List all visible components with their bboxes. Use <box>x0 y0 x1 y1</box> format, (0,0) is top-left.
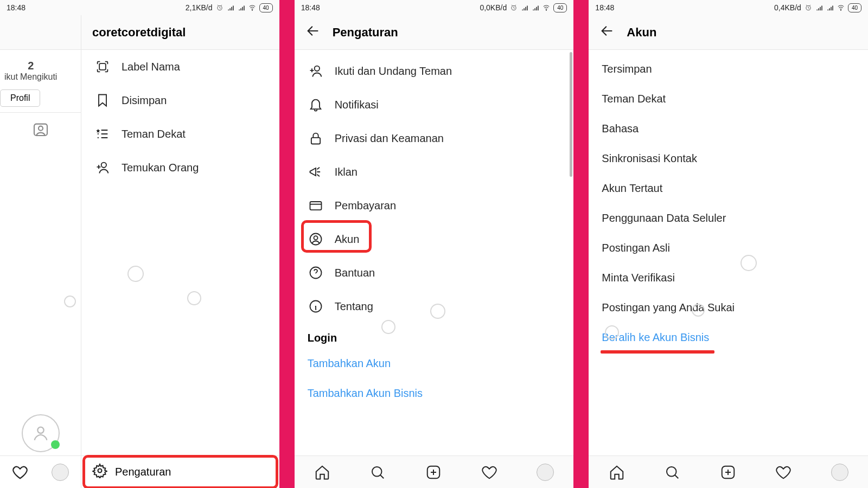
menu-item-label: Akun Tertaut <box>602 182 662 195</box>
signal-icon <box>826 4 834 11</box>
phone-screen-2: 18:48 0,0KB/d 40 Pengaturan Ikuti dan Un… <box>295 0 574 488</box>
back-arrow-icon[interactable] <box>305 23 321 42</box>
settings-item-payments[interactable]: Pembayaran <box>295 189 574 222</box>
svg-point-18 <box>314 236 317 240</box>
account-item-sync[interactable]: Sinkronisasi Kontak <box>589 144 868 174</box>
help-icon <box>308 265 324 281</box>
svg-rect-6 <box>99 63 106 70</box>
page-title: Pengaturan <box>333 25 398 40</box>
account-item-close-friends[interactable]: Teman Dekat <box>589 84 868 114</box>
scrollbar[interactable] <box>570 52 572 177</box>
status-time: 18:48 <box>7 3 25 12</box>
svg-point-25 <box>840 10 841 10</box>
svg-rect-15 <box>311 138 320 144</box>
heart-icon[interactable] <box>775 464 792 480</box>
status-time: 18:48 <box>595 3 614 12</box>
bell-icon <box>308 97 324 113</box>
settings-header: Pengaturan <box>295 15 574 50</box>
back-arrow-icon[interactable] <box>599 23 615 42</box>
phone-screen-3: 18:48 0,4KB/d 40 Akun Tersimpan Teman De… <box>589 0 868 488</box>
account-item-liked-posts[interactable]: Postingan yang Anda Sukai <box>589 293 868 323</box>
wifi-icon <box>248 4 256 11</box>
settings-item-account[interactable]: Akun <box>295 222 574 256</box>
signal-icon <box>815 4 823 11</box>
add-people-icon <box>94 159 111 176</box>
alarm-icon <box>510 4 518 11</box>
menu-item-label: Bantuan <box>335 267 375 279</box>
menu-item-label: Tambahkan Akun Bisnis <box>308 387 423 400</box>
account-item-original[interactable]: Postingan Asli <box>589 233 868 263</box>
menu-item-label: Tambahkan Akun <box>308 357 391 370</box>
account-item-verification[interactable]: Minta Verifikasi <box>589 263 868 293</box>
profile-avatar-icon[interactable] <box>52 464 69 481</box>
megaphone-icon <box>308 164 324 180</box>
profile-avatar-icon[interactable] <box>831 464 848 481</box>
edit-profile-button[interactable]: Profil <box>0 89 40 107</box>
svg-point-4 <box>39 126 43 130</box>
svg-point-8 <box>98 137 99 138</box>
settings-item-follow-invite[interactable]: Ikuti dan Undang Teman <box>295 54 574 88</box>
home-icon[interactable] <box>314 464 330 480</box>
annotation-underline-business <box>601 350 714 354</box>
account-item-linked[interactable]: Akun Tertaut <box>589 174 868 203</box>
bottom-nav <box>295 455 574 488</box>
drawer-settings[interactable]: Pengaturan <box>81 455 279 488</box>
following-count: 2 <box>4 60 57 72</box>
drawer-item-close-friends[interactable]: Teman Dekat <box>81 117 279 151</box>
settings-item-help[interactable]: Bantuan <box>295 256 574 290</box>
search-icon[interactable] <box>369 464 386 480</box>
menu-item-label: Akun <box>335 233 360 246</box>
status-bar: 18:48 0,0KB/d 40 <box>295 0 574 15</box>
add-people-icon <box>308 63 324 79</box>
settings-item-privacy[interactable]: Privasi dan Keamanan <box>295 121 574 155</box>
status-time: 18:48 <box>301 3 320 12</box>
menu-item-label: Postingan yang Anda Sukai <box>602 301 735 314</box>
tagged-photos-icon[interactable] <box>32 120 49 138</box>
drawer-item-saved[interactable]: Disimpan <box>81 84 279 117</box>
add-account-link[interactable]: Tambahkan Akun <box>295 349 574 378</box>
new-post-icon[interactable] <box>720 464 736 480</box>
following-label: Mengikuti <box>20 72 57 82</box>
page-title: Akun <box>627 25 656 40</box>
search-icon[interactable] <box>664 464 680 480</box>
account-item-saved[interactable]: Tersimpan <box>589 54 868 84</box>
list-star-icon <box>94 126 111 142</box>
signal-icon <box>532 4 539 11</box>
new-post-icon[interactable] <box>425 464 442 480</box>
menu-item-label: Tersimpan <box>602 63 652 75</box>
menu-item-label: Beralih ke Akun Bisnis <box>602 331 709 344</box>
menu-item-label: Ikuti dan Undang Teman <box>335 65 452 78</box>
status-speed: 2,1KB/d <box>186 3 213 12</box>
profile-avatar-icon[interactable] <box>537 464 554 481</box>
account-item-switch-business[interactable]: Beralih ke Akun Bisnis <box>589 323 868 352</box>
status-speed: 0,0KB/d <box>480 3 507 12</box>
heart-icon[interactable] <box>481 464 497 480</box>
drawer-item-label-nama[interactable]: Label Nama <box>81 50 279 84</box>
settings-item-notifications[interactable]: Notifikasi <box>295 88 574 121</box>
account-header: Akun <box>589 15 868 50</box>
signal-icon <box>521 4 528 11</box>
heart-icon[interactable] <box>12 464 28 480</box>
drawer-item-discover[interactable]: Temukan Orang <box>81 151 279 184</box>
wifi-icon <box>837 4 845 11</box>
account-item-language[interactable]: Bahasa <box>589 114 868 144</box>
svg-point-21 <box>372 467 382 477</box>
home-icon[interactable] <box>609 464 625 480</box>
menu-item-label: Postingan Asli <box>602 242 670 254</box>
drawer-item-label: Temukan Orang <box>122 162 199 174</box>
bottom-nav <box>589 455 868 488</box>
settings-item-ads[interactable]: Iklan <box>295 155 574 189</box>
gear-icon <box>92 463 107 481</box>
menu-item-label: Teman Dekat <box>602 93 666 105</box>
annotation-box-settings <box>82 455 278 488</box>
profile-drawer: coretcoretdigital Label Nama Disimpan Te… <box>81 15 279 488</box>
add-business-link[interactable]: Tambahkan Akun Bisnis <box>295 378 574 408</box>
battery-level: 40 <box>848 3 861 12</box>
svg-point-13 <box>546 10 547 10</box>
account-item-data-usage[interactable]: Penggunaan Data Seluler <box>589 203 868 233</box>
settings-item-about[interactable]: Tentang <box>295 290 574 323</box>
menu-item-label: Penggunaan Data Seluler <box>602 212 726 224</box>
status-bar: 18:48 2,1KB/d 40 <box>0 0 279 15</box>
svg-point-7 <box>98 133 99 134</box>
wifi-icon <box>542 4 550 11</box>
